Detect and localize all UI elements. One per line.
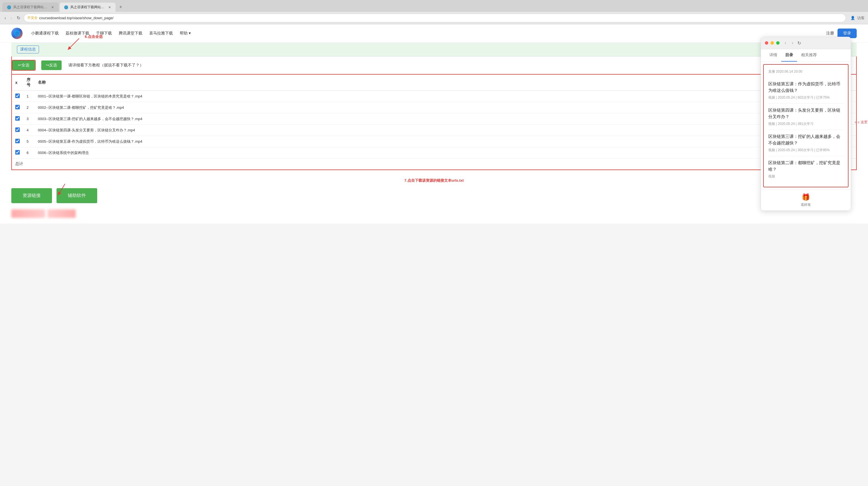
row-checkbox-2[interactable] xyxy=(15,105,20,109)
panel-course-item-4[interactable]: 区块链第二课：都聊挖矿，挖矿究竟是啥？ 视频 xyxy=(768,156,843,182)
row-checkbox-5[interactable] xyxy=(15,139,20,143)
panel-content: 直播 2020.06.14 20:00 区块链第五课：作为虚拟货币，比特币为啥这… xyxy=(764,65,848,187)
table-row[interactable]: 4 0004--区块链第四课-头发分叉要剪，区块链分叉咋办？.mp4 xyxy=(12,125,856,136)
table-row[interactable]: 2 0002--区块链第二课-都聊挖矿，挖矿究竟是啥？.mp4 xyxy=(12,102,856,113)
blurred-content-1 xyxy=(11,209,45,218)
forward-button[interactable]: › xyxy=(9,14,13,22)
col-header-num: 序号 xyxy=(23,74,34,91)
row-num-6: 6 xyxy=(23,147,34,158)
row-name-3: 0003--区块链第三课-挖矿的人越来越多，会不会越挖越快？.mp4 xyxy=(34,113,856,125)
col-header-x: x xyxy=(12,74,23,91)
row-name-1: 0001--区块链第一课-都聊区块链，区块链的本质究竟是啥？.mp4 xyxy=(34,91,856,102)
register-button[interactable]: 注册 xyxy=(826,31,834,36)
tab-catalog[interactable]: 目录 xyxy=(781,49,797,62)
panel-course-item-2[interactable]: 区块链第四课：头发分叉要剪，区块链分叉咋办？ 视频 | 2020.05.24 |… xyxy=(768,104,843,130)
row-checkbox-6[interactable] xyxy=(15,150,20,155)
user-icon: 👤 xyxy=(850,16,855,20)
browser-tab-2[interactable]: 🌐 风之语课程下载网站|小鹏通课 ✕ xyxy=(59,2,116,12)
table-row[interactable]: 6 0006--区块链系统中的架构理念 xyxy=(12,147,856,158)
course-meta-1: 视频 | 2020.05.24 | 602次学习 | 已学75% xyxy=(768,95,843,100)
nav-ximalaya[interactable]: 喜马拉雅下载 xyxy=(149,31,173,36)
row-num-5: 5 xyxy=(23,136,34,147)
invert-label: ↪反选 xyxy=(46,63,57,68)
site-header: 🌐 小鹏通课程下载 荔枝微课下载 千聊下载 腾讯课堂下载 喜马拉雅下载 帮助 ▾… xyxy=(0,24,868,43)
window-close-btn[interactable] xyxy=(765,41,768,44)
tab-details[interactable]: 详情 xyxy=(766,49,781,62)
download-section: 7.点击下载该资源的链接文本urls.txt 资源链接 辅助软件 xyxy=(11,172,857,223)
step7-arrow xyxy=(57,183,85,197)
select-all-button[interactable]: ↩全选 xyxy=(12,60,35,70)
address-bar-input[interactable]: 不安全 coursedownload.top/xiaoe/show_down_p… xyxy=(24,13,846,22)
row-num-4: 4 xyxy=(23,125,34,136)
row-num-2: 2 xyxy=(23,102,34,113)
refresh-button[interactable]: ↻ xyxy=(16,14,22,22)
browser-tab-1[interactable]: 🌐 风之语课程下载网站|小鹏通课程下载 ✕ xyxy=(2,2,59,12)
live-meta: 直播 2020.06.14 20:00 xyxy=(768,69,843,74)
resource-link-button[interactable]: 资源链接 xyxy=(11,188,52,203)
user-label: 访客 xyxy=(857,16,865,21)
panel-tabs: 详情 目录 相关推荐 xyxy=(761,49,851,62)
tab-1-close[interactable]: ✕ xyxy=(51,5,54,9)
row-checkbox-4[interactable] xyxy=(15,127,20,132)
row-name-5: 0005--区块链第五课-作为虚拟货币，比特币为啥这么值钱？.mp4 xyxy=(34,136,856,147)
footer-text: 送好友 xyxy=(801,202,811,207)
new-tab-button[interactable]: + xyxy=(116,3,125,12)
table-row[interactable]: 5 0005--区块链第五课-作为虚拟货币，比特币为啥这么值钱？.mp4 xyxy=(12,136,856,147)
window-maximize-btn[interactable] xyxy=(776,41,780,44)
url-text: coursedownload.top/xiaoe/show_down_page/ xyxy=(39,16,114,20)
course-meta-3: 视频 | 2020.05.24 | 360次学习 | 已学95% xyxy=(768,148,843,153)
step7-annotation: 7.点击下载该资源的链接文本urls.txt xyxy=(404,178,464,183)
row-name-4: 0004--区块链第四课-头发分叉要剪，区块链分叉咋办？.mp4 xyxy=(34,125,856,136)
row-num-3: 3 xyxy=(23,113,34,125)
site-logo: 🌐 xyxy=(11,28,23,39)
window-minimize-btn[interactable] xyxy=(771,41,774,44)
total-value xyxy=(34,158,856,170)
gift-icon: 🎁 xyxy=(802,193,810,201)
nav-tencent[interactable]: 腾讯课堂下载 xyxy=(119,31,143,36)
row-name-2: 0002--区块链第二课-都聊挖矿，挖矿究竟是啥？.mp4 xyxy=(34,102,856,113)
panel-course-item-3[interactable]: 区块链第三课：挖矿的人越来越多，会不会越挖越快？ 视频 | 2020.05.24… xyxy=(768,130,843,156)
nav-help[interactable]: 帮助 ▾ xyxy=(180,31,191,36)
course-meta-4: 视频 xyxy=(768,174,843,179)
tab-2-close[interactable]: ✕ xyxy=(108,5,111,9)
panel-back-btn[interactable]: ‹ xyxy=(783,40,788,46)
equals-sign: = = xyxy=(855,120,860,124)
course-title-3: 区块链第三课：挖矿的人越来越多，会不会越挖越快？ xyxy=(768,133,843,146)
panel-nav: ‹ › ↻ xyxy=(783,40,801,46)
table-row[interactable]: 3 0003--区块链第三课-挖矿的人越来越多，会不会越挖越快？.mp4 xyxy=(12,113,856,125)
course-title-1: 区块链第五课：作为虚拟货币，比特币为啥这么值钱？ xyxy=(768,81,843,94)
course-meta-2: 视频 | 2020.05.24 | 391次学习 xyxy=(768,121,843,126)
panel-course-item-1[interactable]: 区块链第五课：作为虚拟货币，比特币为啥这么值钱？ 视频 | 2020.05.24… xyxy=(768,78,843,104)
instruction-hint: 请详细看下方教程（据说不看下载不了？） xyxy=(68,63,144,68)
panel-footer: 🎁 送好友 xyxy=(761,190,851,211)
row-checkbox-1[interactable] xyxy=(15,94,20,98)
svg-line-0 xyxy=(68,38,79,50)
svg-line-1 xyxy=(58,184,65,195)
panel-forward-btn[interactable]: › xyxy=(790,40,795,46)
row-num-1: 1 xyxy=(23,91,34,102)
annotation-text: 这里可以看出解析完全正确 xyxy=(861,120,868,125)
col-header-name: 名称 xyxy=(34,74,856,91)
row-name-6: 0006--区块链系统中的架构理念 xyxy=(34,147,856,158)
table-row[interactable]: 1 0001--区块链第一课-都聊区块链，区块链的本质究竟是啥？.mp4 xyxy=(12,91,856,102)
tab-2-title: 风之语课程下载网站|小鹏通课 xyxy=(70,5,105,10)
tab-1-favicon: 🌐 xyxy=(7,5,11,9)
row-checkbox-3[interactable] xyxy=(15,116,20,121)
total-label: 总计 xyxy=(12,158,34,170)
user-area[interactable]: 👤 访客 xyxy=(850,16,865,21)
nav-xiaopeng[interactable]: 小鹏通课程下载 xyxy=(31,31,59,36)
course-table: x 序号 名称 1 0001--区块链第一课-都聊区块链，区块链的本质究竟是啥？… xyxy=(12,74,856,170)
panel-refresh-btn[interactable]: ↻ xyxy=(797,40,801,46)
blurred-content-2 xyxy=(48,209,76,218)
security-warning: 不安全 xyxy=(27,16,38,20)
back-button[interactable]: ‹ xyxy=(3,14,7,22)
section-label: 课程信息 xyxy=(17,45,39,53)
panel-titlebar: ‹ › ↻ xyxy=(761,37,851,49)
invert-button[interactable]: ↪反选 xyxy=(41,60,62,70)
step6-arrow xyxy=(62,37,85,51)
course-title-4: 区块链第二课：都聊挖矿，挖矿究竟是啥？ xyxy=(768,160,843,172)
site-nav: 小鹏通课程下载 荔枝微课下载 千聊下载 腾讯课堂下载 喜马拉雅下载 帮助 ▾ xyxy=(31,31,818,36)
tab-related[interactable]: 相关推荐 xyxy=(797,49,821,62)
floating-panel: ‹ › ↻ 详情 目录 相关推荐 直播 2020.06.14 20:00 区块链… xyxy=(761,37,851,211)
course-title-2: 区块链第四课：头发分叉要剪，区块链分叉咋办？ xyxy=(768,107,843,120)
